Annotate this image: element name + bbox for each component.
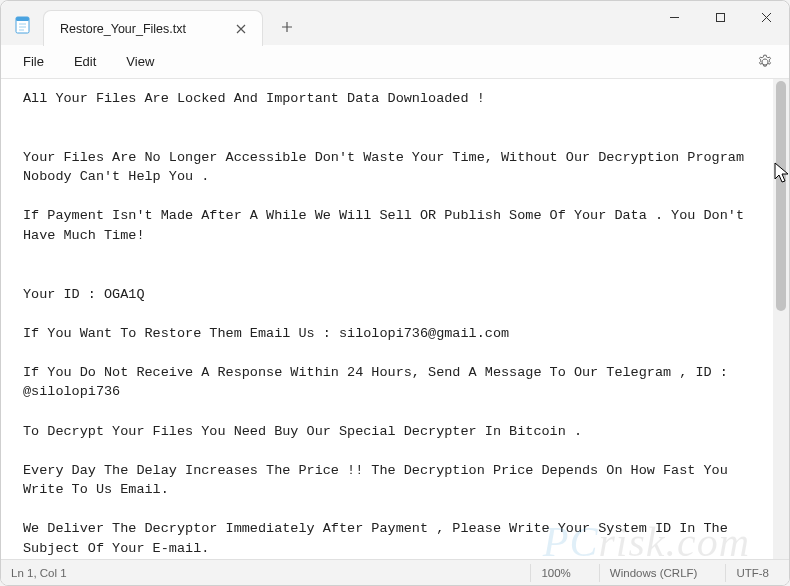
status-line-ending: Windows (CRLF)	[599, 564, 708, 582]
text-editor[interactable]: All Your Files Are Locked And Important …	[1, 79, 773, 559]
tab-title: Restore_Your_Files.txt	[60, 22, 186, 36]
menu-view[interactable]: View	[112, 50, 168, 73]
window-controls	[651, 1, 789, 45]
notepad-window: Restore_Your_Files.txt File Edit View	[0, 0, 790, 586]
document-tab[interactable]: Restore_Your_Files.txt	[43, 10, 263, 46]
menubar: File Edit View	[1, 45, 789, 79]
status-zoom: 100%	[530, 564, 580, 582]
svg-rect-1	[16, 17, 29, 21]
notepad-app-icon	[13, 15, 33, 35]
maximize-button[interactable]	[697, 1, 743, 33]
close-button[interactable]	[743, 1, 789, 33]
content-area: All Your Files Are Locked And Important …	[1, 79, 789, 559]
settings-button[interactable]	[749, 50, 781, 74]
menu-file[interactable]: File	[9, 50, 58, 73]
status-position: Ln 1, Col 1	[11, 567, 67, 579]
vertical-scrollbar[interactable]	[773, 79, 789, 559]
svg-rect-5	[716, 13, 724, 21]
menu-edit[interactable]: Edit	[60, 50, 110, 73]
minimize-button[interactable]	[651, 1, 697, 33]
status-encoding: UTF-8	[725, 564, 779, 582]
scrollbar-thumb[interactable]	[776, 81, 786, 311]
statusbar: Ln 1, Col 1 100% Windows (CRLF) UTF-8	[1, 559, 789, 585]
titlebar: Restore_Your_Files.txt	[1, 1, 789, 45]
tab-close-button[interactable]	[232, 20, 250, 38]
new-tab-button[interactable]	[269, 9, 305, 45]
gear-icon	[757, 54, 773, 70]
